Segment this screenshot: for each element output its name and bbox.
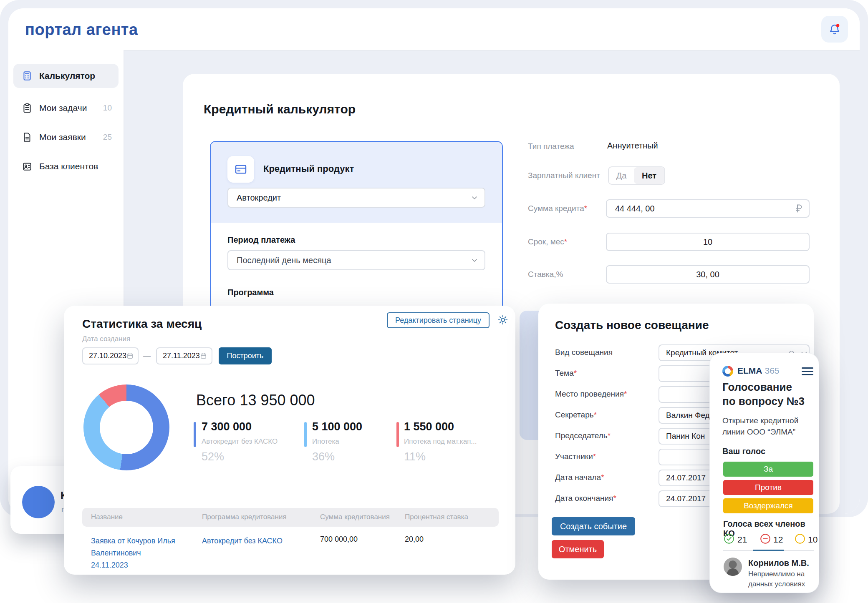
sidebar-item-client-base[interactable]: База клиентов <box>13 154 119 178</box>
votes-for-count: 21 <box>737 535 747 545</box>
term-label: Срок, мес* <box>528 237 567 246</box>
avatar <box>22 486 55 518</box>
salary-client-label: Зарплатный клиент <box>528 171 600 180</box>
legend-value: 1 550 000 <box>404 420 454 433</box>
donut-chart <box>83 384 169 470</box>
active-tab-indicator <box>753 550 784 551</box>
credit-product-title: Кредитный продукт <box>263 163 354 174</box>
toggle-yes[interactable]: Да <box>609 167 634 184</box>
votes-abstain-count: 10 <box>808 535 818 545</box>
sidebar-item-label: Мои заявки <box>39 132 86 142</box>
payment-type-label: Тип платежа <box>528 142 574 151</box>
date-to-input[interactable]: 27.11.2023 <box>156 347 212 364</box>
program-link[interactable]: Автокредит без КАСКО <box>202 535 283 547</box>
votes-against-count: 12 <box>773 535 783 545</box>
voting-title-line1: Голосование <box>722 381 792 394</box>
legend-color-bar <box>194 422 196 447</box>
sidebar-item-my-tasks[interactable]: Мои задачи 10 <box>13 96 119 120</box>
vote-for-button[interactable]: За <box>723 462 813 477</box>
voting-title-line2: по вопросу №3 <box>722 395 805 408</box>
rate-cell: 20,00 <box>405 535 424 544</box>
legend-label: Ипотека под мат.кап... <box>404 437 477 446</box>
field-label: Дата окончания* <box>555 494 616 503</box>
legend-value: 7 300 000 <box>202 420 252 433</box>
credit-product-value: Автокредит <box>237 193 281 203</box>
calendar-icon <box>126 352 134 359</box>
term-value: 10 <box>703 237 712 247</box>
legend-value: 5 100 000 <box>312 420 362 433</box>
minus-circle-icon <box>760 533 771 544</box>
toggle-no[interactable]: Нет <box>634 167 664 184</box>
application-link[interactable]: Заявка от Кочуров Илья Валентинович 24.1… <box>91 535 175 571</box>
notifications-button[interactable] <box>821 16 848 43</box>
sidebar-item-count: 25 <box>103 133 112 142</box>
sidebar-item-calculator[interactable]: Калькулятор <box>13 64 119 88</box>
build-button[interactable]: Построить <box>219 347 272 364</box>
field-label: Место проведения* <box>555 389 627 399</box>
legend-color-bar <box>304 422 307 447</box>
sidebar-item-label: База клиентов <box>39 161 98 171</box>
member-comment: Неприемлимо на данных условиях <box>748 569 812 589</box>
vote-abstain-button[interactable]: Воздержался <box>723 498 813 513</box>
hamburger-menu-icon[interactable] <box>802 367 813 377</box>
create-event-button[interactable]: Создать событие <box>552 517 635 535</box>
column-header: Процентная ставка <box>405 513 468 521</box>
sidebar-item-my-applications[interactable]: Мои заявки 25 <box>13 125 119 149</box>
vote-against-button[interactable]: Против <box>723 480 813 495</box>
statistics-title: Статистика за месяц <box>82 317 202 331</box>
date-from-input[interactable]: 27.10.2023 <box>82 347 139 364</box>
salary-client-toggle: Да Нет <box>608 166 665 185</box>
check-circle-icon <box>724 533 734 544</box>
total-amount: Всего 13 950 000 <box>196 392 315 409</box>
sidebar-item-label: Мои задачи <box>39 103 87 113</box>
payment-period-select[interactable]: Последний день месяца <box>227 250 485 270</box>
calendar-icon <box>200 352 207 359</box>
chevron-down-icon <box>471 257 478 264</box>
rate-input[interactable]: 30, 00 <box>606 265 810 284</box>
column-header: Название <box>91 513 123 521</box>
credit-card-icon <box>234 163 247 176</box>
meeting-title: Создать новое совещание <box>555 319 709 332</box>
donut-hole <box>100 401 153 454</box>
credit-card-icon-tile <box>227 156 254 183</box>
field-label: Секретарь* <box>555 410 597 420</box>
legend-label: Автокредит без КАСКО <box>202 437 278 446</box>
rate-label: Ставка,% <box>528 270 563 279</box>
monthly-statistics-card: Статистика за месяц Редактировать страни… <box>64 306 515 575</box>
elma-mobile-card: ELMA365 Голосование по вопросу №3 Открыт… <box>709 353 819 593</box>
sidebar-item-count: 10 <box>103 103 112 113</box>
member-name: Корнилов М.В. <box>748 558 809 568</box>
loan-amount-input[interactable]: 44 444, 00 <box>606 199 810 218</box>
rate-value: 30, 00 <box>696 270 719 279</box>
tasks-icon <box>22 103 33 113</box>
payment-period-value: Последний день месяца <box>237 256 331 265</box>
edit-page-button[interactable]: Редактировать страницу <box>387 312 490 328</box>
elma-logo-icon <box>722 366 733 377</box>
calculator-title: Кредитный калькулятор <box>204 102 356 116</box>
creation-date-label: Дата создания <box>82 335 130 343</box>
gear-icon[interactable] <box>497 314 509 326</box>
calculator-icon <box>22 70 33 81</box>
legend-label: Ипотека <box>312 437 339 446</box>
term-input[interactable]: 10 <box>606 233 810 251</box>
loan-amount-value: 44 444, 00 <box>615 204 655 214</box>
legend-percent: 52% <box>202 450 224 463</box>
legend-percent: 11% <box>404 450 426 463</box>
voting-subtitle: Открытие кредитной линии ООО “ЭЛМА” <box>722 415 811 437</box>
ruble-icon <box>794 204 804 214</box>
cancel-button[interactable]: Отменить <box>552 540 604 558</box>
field-label: Председатель* <box>555 431 611 440</box>
your-vote-label: Ваш голос <box>722 447 765 456</box>
legend-color-bar <box>396 422 399 447</box>
bell-icon <box>828 23 841 35</box>
field-label: Тема* <box>555 369 577 378</box>
app-logo: портал агента <box>25 21 138 39</box>
top-header: портал агента <box>8 8 860 51</box>
elma-brand: ELMA365 <box>737 366 780 376</box>
credit-product-select[interactable]: Автокредит <box>227 188 485 208</box>
loan-amount-label: Сумма кредита* <box>528 204 587 213</box>
field-label: Дата начала* <box>555 473 604 482</box>
program-label: Программа <box>227 288 274 297</box>
payment-period-label: Период платежа <box>227 235 295 245</box>
clients-icon <box>22 161 33 172</box>
